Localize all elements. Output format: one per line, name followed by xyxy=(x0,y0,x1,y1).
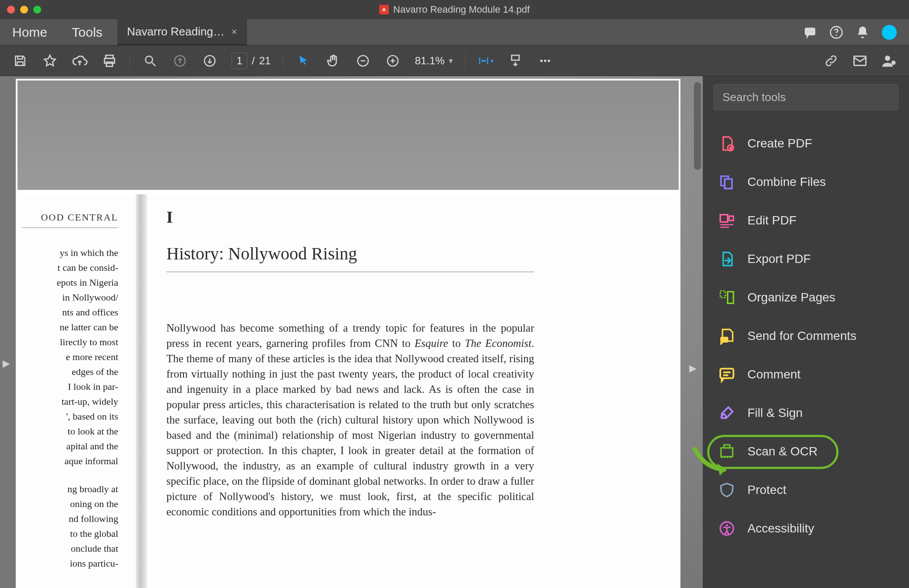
tool-item-export-pdf[interactable]: Export PDF xyxy=(713,240,898,278)
tool-item-label: Organize Pages xyxy=(747,290,835,304)
window-titlebar: A Navarro Reading Module 14.pdf xyxy=(0,0,909,19)
svg-rect-36 xyxy=(720,369,733,378)
export-pdf-icon xyxy=(718,250,736,268)
close-window-button[interactable] xyxy=(7,6,15,14)
tool-item-protect[interactable]: Protect xyxy=(713,471,898,509)
share-people-icon[interactable] xyxy=(881,53,897,69)
search-tools-input[interactable]: Search tools xyxy=(713,84,898,110)
tool-item-label: Combine Files xyxy=(747,175,826,189)
tool-item-label: Send for Comments xyxy=(747,329,856,343)
document-viewport[interactable]: OOD CENTRAL ys in which thet can be cons… xyxy=(0,76,703,588)
select-tool-icon[interactable] xyxy=(296,53,311,69)
left-page-fragment-2: ng broadly atoning on thend followingto … xyxy=(22,482,118,571)
page-indicator: 1 / 21 xyxy=(232,52,271,69)
close-tab-button[interactable]: × xyxy=(232,26,237,38)
save-icon[interactable] xyxy=(12,53,28,69)
share-link-icon[interactable] xyxy=(823,53,839,69)
hand-tool-icon[interactable] xyxy=(325,53,341,69)
tool-item-label: Scan & OCR xyxy=(747,444,817,458)
scan-ocr-icon xyxy=(718,442,736,461)
tools-panel: Search tools Create PDFCombine FilesEdit… xyxy=(703,76,909,588)
tool-item-accessibility[interactable]: Accessibility xyxy=(713,509,898,548)
page-separator: / xyxy=(252,55,255,67)
minimize-window-button[interactable] xyxy=(20,6,28,14)
svg-point-20 xyxy=(544,60,547,62)
svg-point-19 xyxy=(540,60,543,62)
send-for-comments-icon xyxy=(718,327,736,345)
right-pane-toggle-icon[interactable]: ▶ xyxy=(689,363,697,374)
pdf-file-icon: A xyxy=(379,5,389,14)
document-tab-label: Navarro Reading… xyxy=(127,25,225,38)
left-page-fragment-1: ys in which thet can be consid-epots in … xyxy=(22,245,118,469)
svg-rect-35 xyxy=(720,337,728,343)
svg-rect-31 xyxy=(720,227,729,228)
combine-files-icon xyxy=(718,173,736,191)
page-display-icon[interactable] xyxy=(507,53,523,69)
svg-rect-32 xyxy=(729,216,733,220)
chapter-title: History: Nollywood Rising xyxy=(166,243,534,272)
zoom-level[interactable]: 81.1% ▾ xyxy=(415,55,453,67)
document-tabs-bar: Home Tools Navarro Reading… × xyxy=(0,19,909,46)
svg-rect-18 xyxy=(512,55,519,60)
notifications-icon[interactable] xyxy=(856,25,870,39)
tool-item-label: Export PDF xyxy=(747,252,811,266)
tool-item-scan-ocr[interactable]: Scan & OCR xyxy=(713,432,898,471)
organize-pages-icon xyxy=(718,288,736,307)
main-toolbar: 1 / 21 81.1% ▾ ▾ xyxy=(0,46,909,76)
total-pages: 21 xyxy=(259,55,271,67)
tool-item-comment[interactable]: Comment xyxy=(713,355,898,394)
edit-pdf-icon xyxy=(718,211,736,230)
svg-point-21 xyxy=(548,60,550,62)
account-avatar[interactable] xyxy=(882,25,897,40)
body-paragraph: Nollywood has become something of a tren… xyxy=(166,320,534,519)
email-icon[interactable] xyxy=(852,53,868,69)
more-tools-icon[interactable] xyxy=(537,53,553,69)
star-icon[interactable] xyxy=(42,53,58,69)
running-header-left: OOD CENTRAL xyxy=(22,212,118,228)
svg-point-1 xyxy=(807,31,808,32)
current-page-input[interactable]: 1 xyxy=(232,52,247,69)
chat-icon[interactable] xyxy=(803,25,817,39)
svg-rect-39 xyxy=(721,448,733,457)
home-tab[interactable]: Home xyxy=(0,19,60,45)
help-icon[interactable] xyxy=(829,25,843,39)
tool-item-send-for-comments[interactable]: Send for Comments xyxy=(713,317,898,355)
tool-item-edit-pdf[interactable]: Edit PDF xyxy=(713,201,898,240)
svg-point-5 xyxy=(836,35,837,36)
print-icon[interactable] xyxy=(102,53,117,69)
cloud-upload-icon[interactable] xyxy=(72,53,88,69)
svg-rect-40 xyxy=(724,445,729,448)
zoom-in-icon[interactable] xyxy=(385,53,401,69)
protect-icon xyxy=(718,481,736,499)
accessibility-icon xyxy=(718,519,736,538)
comment-icon xyxy=(718,365,736,384)
tool-item-create-pdf[interactable]: Create PDF xyxy=(713,124,898,163)
tools-tab[interactable]: Tools xyxy=(60,19,115,45)
tool-item-organize-pages[interactable]: Organize Pages xyxy=(713,278,898,317)
prev-page-icon[interactable] xyxy=(172,53,188,69)
chevron-down-icon[interactable]: ▾ xyxy=(449,56,453,66)
tool-item-label: Protect xyxy=(747,483,786,497)
tool-item-combine-files[interactable]: Combine Files xyxy=(713,163,898,201)
window-controls xyxy=(7,6,41,14)
svg-point-9 xyxy=(145,56,152,63)
next-page-icon[interactable] xyxy=(202,53,218,69)
chapter-number: I xyxy=(166,207,534,227)
tool-item-label: Edit PDF xyxy=(747,214,796,228)
tool-item-label: Accessibility xyxy=(747,522,814,536)
svg-rect-29 xyxy=(720,215,728,222)
window-title: Navarro Reading Module 14.pdf xyxy=(393,4,530,15)
find-icon[interactable] xyxy=(142,53,158,69)
search-tools-placeholder: Search tools xyxy=(722,91,786,104)
left-pane-toggle-icon[interactable]: ▶ xyxy=(3,358,10,369)
zoom-out-icon[interactable] xyxy=(355,53,371,69)
svg-rect-33 xyxy=(720,291,726,298)
tool-item-fill-sign[interactable]: Fill & Sign xyxy=(713,394,898,432)
fit-width-icon[interactable]: ▾ xyxy=(478,53,493,69)
svg-rect-34 xyxy=(728,292,733,304)
document-tab[interactable]: Navarro Reading… × xyxy=(117,19,247,45)
vertical-scrollbar[interactable] xyxy=(694,82,701,170)
svg-rect-30 xyxy=(720,224,733,225)
zoom-window-button[interactable] xyxy=(33,6,41,14)
tool-item-label: Comment xyxy=(747,368,800,382)
